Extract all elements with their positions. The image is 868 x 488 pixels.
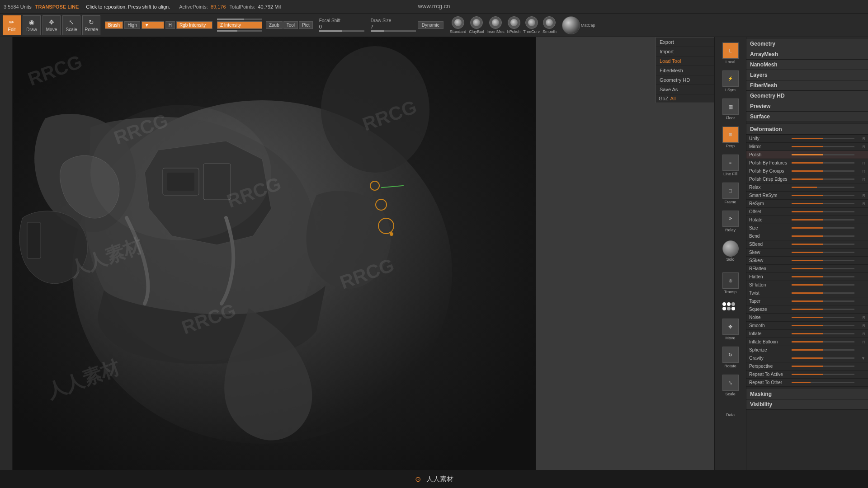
export-item[interactable]: Export xyxy=(656,38,714,47)
deformation-section[interactable]: Deformation xyxy=(746,124,868,135)
line-fill-tool[interactable]: ≡ Line Fill xyxy=(717,153,744,178)
arraymesh-section[interactable]: ArrayMesh xyxy=(746,49,868,60)
deform-polish-crisp-edges[interactable]: Polish Crisp Edges R xyxy=(746,175,868,183)
rotate-button[interactable]: ↻ Rotate xyxy=(82,15,100,35)
move-button[interactable]: ✥ Move xyxy=(42,15,61,35)
deform-relax[interactable]: Relax xyxy=(746,183,868,192)
smart-resym-slider[interactable] xyxy=(792,195,854,196)
layers-section[interactable]: Layers xyxy=(746,70,868,80)
deform-repeat-to-active[interactable]: Repeat To Active xyxy=(746,371,868,379)
deform-bend[interactable]: Bend xyxy=(746,232,868,240)
mirror-slider[interactable] xyxy=(792,146,854,147)
frame-tool[interactable]: □ Frame xyxy=(717,181,744,206)
goz-item[interactable]: GoZ xyxy=(659,96,668,101)
intensity-slider[interactable] xyxy=(217,19,262,20)
hpolish-brush[interactable]: hPolish xyxy=(507,16,521,34)
transpose-label[interactable]: TRANSPOSE LINE xyxy=(35,4,79,9)
deform-noise[interactable]: Noise R xyxy=(746,314,868,322)
save-as-item[interactable]: Save As xyxy=(656,85,714,94)
deform-spherize[interactable]: Spherize xyxy=(746,346,868,354)
repeat-other-slider[interactable] xyxy=(792,382,854,383)
deform-rotate[interactable]: Rotate xyxy=(746,216,868,224)
deform-squeeze[interactable]: Squeeze xyxy=(746,305,868,314)
deform-unify[interactable]: Unify R xyxy=(746,135,868,143)
resym-slider[interactable] xyxy=(792,203,854,204)
fibermesh-section[interactable]: FiberMesh xyxy=(746,80,868,91)
deform-perspective[interactable]: Perspective xyxy=(746,362,868,371)
geometry-section[interactable]: Geometry xyxy=(746,39,868,49)
standard-brush[interactable]: Standard xyxy=(450,16,467,34)
gravity-slider[interactable] xyxy=(792,357,854,359)
move-tool[interactable]: ✥ Move xyxy=(717,317,744,342)
geometry-hd-section[interactable]: Geometry HD xyxy=(746,91,868,101)
relax-slider[interactable] xyxy=(792,187,854,188)
deform-offset[interactable]: Offset xyxy=(746,208,868,216)
deform-inflate-balloon[interactable]: Inflate Balloon R xyxy=(746,338,868,346)
deform-mirror[interactable]: Mirror R xyxy=(746,143,868,151)
deform-resym[interactable]: ReSym R xyxy=(746,200,868,208)
gizmo-circle-large[interactable] xyxy=(378,218,394,234)
perp-tool[interactable]: ⊞ Perp xyxy=(717,125,744,150)
deform-taper[interactable]: Taper xyxy=(746,297,868,305)
local-tool[interactable]: L Local xyxy=(717,41,744,66)
h-button[interactable]: H xyxy=(165,21,175,29)
zaub-button[interactable]: Zaub xyxy=(266,21,283,29)
polish-crisp-slider[interactable] xyxy=(792,178,854,180)
claybuild-brush[interactable]: ClayBuil xyxy=(469,16,484,34)
high-button[interactable]: High xyxy=(124,21,140,29)
fibermesh-item[interactable]: FiberMesh xyxy=(656,66,714,75)
pict-button[interactable]: Pict xyxy=(299,21,313,29)
draw-size-slider[interactable] xyxy=(371,30,416,32)
deform-skew[interactable]: Skew xyxy=(746,249,868,257)
smooth-brush[interactable]: Smooth xyxy=(542,16,557,34)
sbend-slider[interactable] xyxy=(792,244,854,245)
deform-smooth[interactable]: Smooth R xyxy=(746,322,868,330)
trimcurv-brush[interactable]: TrimCurv xyxy=(523,16,540,34)
nanomesh-section[interactable]: NanoMesh xyxy=(746,60,868,70)
deform-polish-by-groups[interactable]: Polish By Groups R xyxy=(746,167,868,175)
scale-tool[interactable]: ⤡ Scale xyxy=(717,373,744,398)
brush-button[interactable]: Brush xyxy=(105,21,123,29)
viewport[interactable]: RRCG RRCG RRCG 人人素材 RRCG 人人素材 RRCG RRCG xyxy=(0,37,536,470)
tool-button[interactable]: Tool xyxy=(283,21,298,29)
twist-slider[interactable] xyxy=(792,292,854,294)
solo-button[interactable]: Solo xyxy=(722,240,739,262)
edit-button[interactable]: ✏ Edit xyxy=(3,15,21,35)
inflate-slider[interactable] xyxy=(792,333,854,334)
noise-slider[interactable] xyxy=(792,317,854,318)
smooth-slider[interactable] xyxy=(792,325,854,326)
deform-smart-resym[interactable]: Smart ReSym R xyxy=(746,192,868,200)
masking-section[interactable]: Masking xyxy=(746,389,868,399)
z-intensity-btn[interactable]: Z Intensity xyxy=(217,21,262,29)
rflatten-slider[interactable] xyxy=(792,268,854,269)
rgb-intensity-btn[interactable]: Rgb Intensity xyxy=(176,21,212,29)
deform-polish[interactable]: Polish xyxy=(746,151,868,159)
deform-sflatten[interactable]: SFlatten xyxy=(746,281,868,289)
sflatten-slider[interactable] xyxy=(792,284,854,286)
draw-button[interactable]: ◉ Draw xyxy=(23,15,41,35)
deform-inflate[interactable]: Inflate R xyxy=(746,330,868,338)
brush-active-btn[interactable]: ▼ xyxy=(142,21,164,29)
deform-flatten[interactable]: Flatten xyxy=(746,273,868,281)
scale-button[interactable]: ⤡ Scale xyxy=(62,15,80,35)
focal-slider[interactable] xyxy=(319,30,364,32)
surface-section[interactable]: Surface xyxy=(746,112,868,122)
polish-features-slider[interactable] xyxy=(792,162,854,164)
deform-polish-by-features[interactable]: Polish By Features R xyxy=(746,159,868,167)
gizmo-circle-mid[interactable] xyxy=(375,199,387,211)
size-slider[interactable] xyxy=(792,227,854,229)
deform-sskew[interactable]: SSkew xyxy=(746,257,868,265)
goz-all-item[interactable]: All xyxy=(670,96,675,101)
transp-tool[interactable]: ◎ Transp xyxy=(717,271,744,296)
z-intensity-slider[interactable] xyxy=(217,30,262,32)
unify-slider[interactable] xyxy=(792,138,854,139)
insertmesh-brush[interactable]: InsertMes xyxy=(486,16,505,34)
rotate-slider[interactable] xyxy=(792,219,854,221)
inflate-balloon-slider[interactable] xyxy=(792,341,854,343)
polish-slider[interactable] xyxy=(792,154,854,155)
load-tool-item[interactable]: Load Tool xyxy=(656,56,714,66)
deform-rflatten[interactable]: RFlatten xyxy=(746,265,868,273)
rotate-tool[interactable]: ↻ Rotate xyxy=(717,345,744,370)
deform-repeat-to-other[interactable]: Repeat To Other xyxy=(746,379,868,387)
matcap-preview[interactable] xyxy=(562,16,580,34)
